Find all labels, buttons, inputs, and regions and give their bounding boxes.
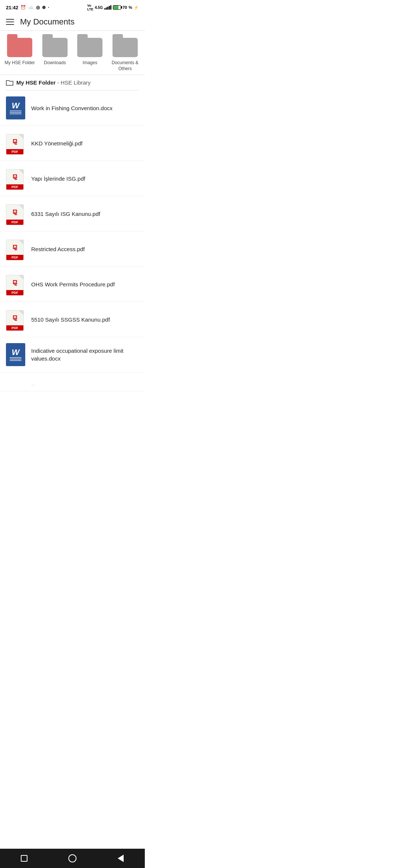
list-item[interactable]: ⚼ PDF 6331 Sayılı ISG Kanunu.pdf <box>0 196 145 231</box>
cloud-icon: ☁️ <box>28 5 34 10</box>
file-list: W Work in Fishing Convention.docx ⚼ PDF <box>0 91 145 391</box>
list-item[interactable]: ⚼ PDF KKD Yönetmeliği.pdf <box>0 126 145 161</box>
pdf-label: PDF <box>6 149 23 154</box>
folder-downloads[interactable]: Downloads <box>38 37 72 72</box>
pdf-file-icon: ⚼ PDF <box>6 237 25 260</box>
section-header-text: My HSE Folder - HSE Library <box>16 79 91 86</box>
file-name: 6331 Sayılı ISG Kanunu.pdf <box>31 210 139 218</box>
status-time: 21:42 ⏰ ☁️ ◎ ⊛ · <box>6 5 49 10</box>
word-file-icon: W <box>6 96 25 119</box>
pdf-file-icon: ⚼ PDF <box>6 132 25 155</box>
list-item[interactable]: W Indicative occupational exposure limit… <box>0 337 145 372</box>
acrobat-symbol: ⚼ <box>12 172 17 180</box>
list-item[interactable]: ⚼ PDF OHS Work Permits Procedure.pdf <box>0 267 145 302</box>
acrobat-symbol: ⚼ <box>12 242 17 251</box>
pdf-label: PDF <box>6 220 23 225</box>
word-icon: W <box>6 96 25 119</box>
pdf-file-icon: ⚼ PDF <box>6 167 25 190</box>
folder-label-documents-others: Documents & Others <box>108 60 142 72</box>
location-icon: ◎ <box>36 5 40 10</box>
pdf-label: PDF <box>6 325 23 331</box>
pdf-label: PDF <box>6 290 23 295</box>
alarm-icon: ⏰ <box>20 5 26 10</box>
dot-icon: · <box>48 5 49 10</box>
folder-outline-icon <box>6 80 13 86</box>
network-type: 4.5G <box>95 6 103 10</box>
folder-icon-my-hse <box>7 37 32 57</box>
folder-label-my-hse: My HSE Folder <box>5 60 35 66</box>
file-name: KKD Yönetmeliği.pdf <box>31 139 139 147</box>
folder-my-hse[interactable]: My HSE Folder <box>3 37 36 72</box>
volte-icon: VoLTE <box>87 4 93 11</box>
folder-images[interactable]: Images <box>73 37 107 72</box>
folder-icon-documents-others <box>113 37 138 57</box>
menu-button[interactable] <box>6 19 14 25</box>
file-name: Work in Fishing Convention.docx <box>31 104 139 112</box>
acrobat-symbol: ⚼ <box>12 137 17 145</box>
status-bar: 21:42 ⏰ ☁️ ◎ ⊛ · VoLTE 4.5G 70% ⚡ <box>0 0 145 13</box>
status-right: VoLTE 4.5G 70% ⚡ <box>87 4 139 11</box>
battery-icon <box>113 5 121 10</box>
acrobat-symbol: ⚼ <box>12 277 17 286</box>
list-item[interactable]: ⚼ PDF Restricted Access.pdf <box>0 231 145 267</box>
folder-icon-images <box>77 37 102 57</box>
file-name: Restricted Access.pdf <box>31 245 139 253</box>
pdf-icon-wrap: ⚼ PDF <box>6 132 25 155</box>
page-title: My Documents <box>20 17 75 27</box>
pdf-label: PDF <box>6 184 23 190</box>
section-header: My HSE Folder - HSE Library <box>0 75 145 90</box>
battery-percent: 70 <box>123 5 127 10</box>
acrobat-symbol: ⚼ <box>12 207 17 216</box>
section-folder-name: My HSE Folder <box>16 79 56 86</box>
folder-icon-downloads <box>42 37 68 57</box>
pdf-file-icon: ⚼ PDF <box>6 308 25 331</box>
file-name: 5510 Sayılı SSGSS Kanunu.pdf <box>31 316 139 323</box>
signal-bars <box>104 5 111 10</box>
folders-section: My HSE Folder Downloads Images Documents… <box>0 31 145 75</box>
file-name: ... <box>31 381 139 387</box>
list-item[interactable]: ⚼ PDF Yapı İşlerinde ISG.pdf <box>0 161 145 196</box>
folder-label-downloads: Downloads <box>44 60 66 66</box>
file-name: Indicative occupational exposure limit v… <box>31 347 139 362</box>
list-item[interactable]: W Work in Fishing Convention.docx <box>0 91 145 126</box>
pdf-file-icon: ⚼ PDF <box>6 273 25 296</box>
pdf-label: PDF <box>6 255 23 260</box>
pdf-file-icon: ⚼ <box>6 378 25 389</box>
folder-label-images: Images <box>83 60 97 66</box>
acrobat-symbol: ⚼ <box>12 313 17 321</box>
pdf-file-icon: ⚼ PDF <box>6 202 25 225</box>
time-display: 21:42 <box>6 5 18 10</box>
charging-icon: ⚡ <box>134 5 139 10</box>
list-item[interactable]: ⚼ PDF 5510 Sayılı SSGSS Kanunu.pdf <box>0 302 145 337</box>
section-subtitle: - HSE Library <box>57 79 91 86</box>
file-name: OHS Work Permits Procedure.pdf <box>31 280 139 288</box>
folder-documents-others[interactable]: Documents & Others <box>108 37 142 72</box>
app-header: My Documents <box>0 13 145 31</box>
list-item[interactable]: ⚼ ... <box>0 372 145 391</box>
sync-icon: ⊛ <box>42 5 46 10</box>
word-icon: W <box>6 343 25 366</box>
word-file-icon: W <box>6 343 25 366</box>
file-name: Yapı İşlerinde ISG.pdf <box>31 175 139 183</box>
